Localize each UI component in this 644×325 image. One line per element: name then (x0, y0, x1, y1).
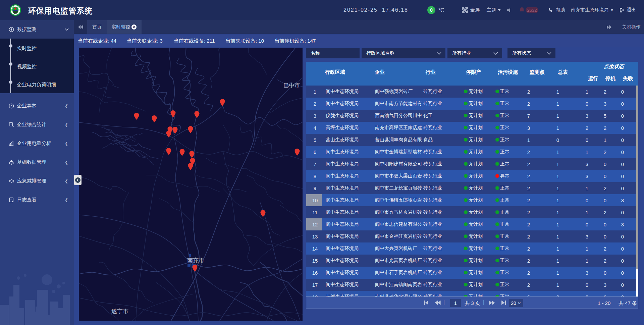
svg-text:遂宁市: 遂宁市 (111, 308, 128, 315)
svg-text:巴中市: 巴中市 (283, 82, 300, 88)
svg-text:南充市: 南充市 (187, 257, 204, 264)
